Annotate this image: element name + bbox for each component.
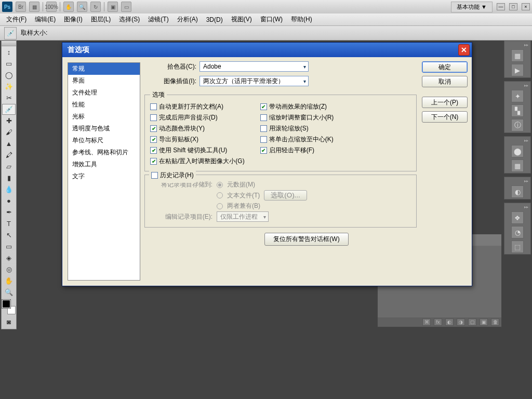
menu-select[interactable]: 选择(S) (116, 14, 143, 25)
check-historylog[interactable] (151, 172, 158, 179)
eyedropper-tool[interactable]: 💉 (2, 104, 16, 115)
category-units[interactable]: 单位与标尺 (68, 135, 140, 147)
menu-analysis[interactable]: 分析(A) (174, 14, 201, 25)
gradient-tool[interactable]: ▮ (2, 172, 16, 183)
color-swatches[interactable] (2, 300, 16, 314)
check-beep[interactable] (150, 114, 157, 121)
paths-panel-icon[interactable]: ⬚ (511, 241, 524, 253)
shape-tool[interactable]: ▭ (2, 241, 16, 252)
prev-button[interactable]: 上一个(P) (422, 97, 468, 108)
category-filehandling[interactable]: 文件处理 (68, 87, 140, 99)
screenmode-icon[interactable]: ▭ (121, 2, 131, 12)
lasso-tool[interactable]: ◯ (2, 70, 16, 81)
blur-tool[interactable]: 💧 (2, 184, 16, 195)
swatches-panel-icon[interactable]: ▦ (511, 159, 524, 172)
type-tool[interactable]: T (2, 218, 16, 229)
fx-icon[interactable]: fx (434, 318, 442, 326)
move-tool[interactable]: ↕ (2, 47, 16, 58)
cancel-button[interactable]: 取消 (422, 76, 468, 87)
menu-image[interactable]: 图像(I) (61, 14, 85, 25)
menu-layer[interactable]: 图层(L) (88, 14, 114, 25)
hand-icon[interactable]: ✋ (63, 2, 74, 12)
quickmask-tool[interactable]: ◙ (2, 316, 16, 327)
menu-view[interactable]: 视图(V) (228, 14, 255, 25)
menu-window[interactable]: 窗口(W) (257, 14, 286, 25)
check-autoupdate[interactable] (150, 103, 157, 110)
collapse-icon[interactable]: ▸▸ (506, 138, 529, 143)
interpolation-select[interactable]: 两次立方（适用于平滑渐变） (200, 76, 309, 86)
check-dynsliders[interactable]: ✔ (150, 125, 157, 132)
history-panel-icon[interactable]: ▦ (511, 49, 524, 62)
minimize-button[interactable]: — (497, 3, 505, 10)
check-flickpan[interactable]: ✔ (260, 147, 267, 154)
category-plugins[interactable]: 增效工具 (68, 158, 140, 170)
trash-icon[interactable]: 🗑 (491, 318, 499, 326)
adjustments-panel-icon[interactable]: ◐ (511, 185, 524, 198)
category-general[interactable]: 常规 (68, 63, 140, 75)
zoom-icon[interactable]: 🔍 (77, 2, 87, 12)
histogram-panel-icon[interactable]: ▚ (511, 104, 524, 117)
bridge-icon[interactable]: Br (16, 2, 26, 12)
crop-tool[interactable]: ✂ (2, 92, 16, 103)
fg-color-swatch[interactable] (2, 300, 10, 308)
category-guides[interactable]: 参考线、网格和切片 (68, 147, 140, 158)
collapse-icon[interactable]: ▸▸ (506, 204, 529, 209)
actions-panel-icon[interactable]: ▶ (511, 64, 524, 76)
color-panel-icon[interactable]: ⬤ (511, 145, 524, 157)
close-dialog-button[interactable]: ✕ (458, 44, 470, 56)
category-interface[interactable]: 界面 (68, 75, 140, 87)
rotate-icon[interactable]: ↻ (90, 2, 101, 12)
adjustment-icon[interactable]: ◑ (457, 318, 465, 326)
check-clickcenter[interactable] (260, 136, 267, 143)
new-layer-icon[interactable]: ▣ (480, 318, 488, 326)
history-brush-tool[interactable]: 🖍 (2, 150, 16, 161)
dodge-tool[interactable]: ● (2, 195, 16, 206)
dialog-titlebar[interactable]: 首选项 ✕ (62, 43, 472, 57)
pen-tool[interactable]: ✒ (2, 207, 16, 218)
path-select-tool[interactable]: ↖ (2, 230, 16, 241)
link-layers-icon[interactable]: ⌘ (422, 318, 431, 326)
next-button[interactable]: 下一个(N) (422, 111, 468, 123)
info-panel-icon[interactable]: ⓘ (511, 119, 524, 131)
category-cursors[interactable]: 光标 (68, 111, 140, 123)
collapse-icon[interactable]: ▸▸ (506, 83, 529, 88)
reset-warnings-button[interactable]: 复位所有警告对话框(W) (264, 233, 348, 246)
marquee-tool[interactable]: ▭ (2, 58, 16, 69)
3d-camera-tool[interactable]: ◎ (2, 264, 16, 275)
category-performance[interactable]: 性能 (68, 99, 140, 111)
wand-tool[interactable]: ✨ (2, 81, 16, 92)
category-transparency[interactable]: 透明度与色域 (68, 123, 140, 135)
collapse-icon[interactable]: ▸▸ (506, 42, 529, 47)
close-app-button[interactable]: × (522, 3, 530, 10)
navigator-panel-icon[interactable]: ✦ (511, 90, 524, 102)
eyedropper-tool-icon[interactable]: 💉 (4, 27, 17, 39)
ok-button[interactable]: 确定 (422, 61, 468, 73)
toolbox-grip[interactable] (2, 42, 16, 46)
check-exportclip[interactable]: ✔ (150, 136, 157, 143)
zoom-tool[interactable]: 🔍 (2, 287, 16, 298)
eraser-tool[interactable]: ▱ (2, 161, 16, 172)
check-scrollzoom[interactable] (260, 125, 267, 132)
check-shifttool[interactable]: ✔ (150, 147, 157, 154)
3d-tool[interactable]: ◈ (2, 252, 16, 263)
check-resizepaste[interactable]: ✔ (150, 158, 157, 165)
menu-help[interactable]: 帮助(H) (288, 14, 315, 25)
restore-button[interactable]: □ (509, 3, 517, 10)
check-zoomresize[interactable] (260, 114, 267, 121)
stamp-tool[interactable]: ▲ (2, 138, 16, 149)
category-type[interactable]: 文字 (68, 170, 140, 182)
menu-edit[interactable]: 编辑(E) (32, 14, 59, 25)
group-icon[interactable]: ▢ (468, 318, 476, 326)
arrange-icon[interactable]: ▣ (108, 2, 118, 12)
collapse-icon[interactable]: ▸▸ (506, 178, 529, 183)
color-picker-select[interactable]: Adobe (200, 61, 309, 72)
workspace-switcher[interactable]: 基本功能 ▼ (451, 2, 493, 12)
heal-tool[interactable]: ✚ (2, 115, 16, 126)
brush-tool[interactable]: 🖌 (2, 127, 16, 138)
minibridge-icon[interactable]: ▦ (29, 2, 39, 12)
menu-filter[interactable]: 滤镜(T) (145, 14, 171, 25)
channels-panel-icon[interactable]: ◔ (511, 226, 524, 238)
mask-icon[interactable]: ◐ (445, 318, 454, 326)
hand-tool[interactable]: ✋ (2, 275, 16, 286)
zoom-field[interactable]: 100% (46, 2, 57, 12)
